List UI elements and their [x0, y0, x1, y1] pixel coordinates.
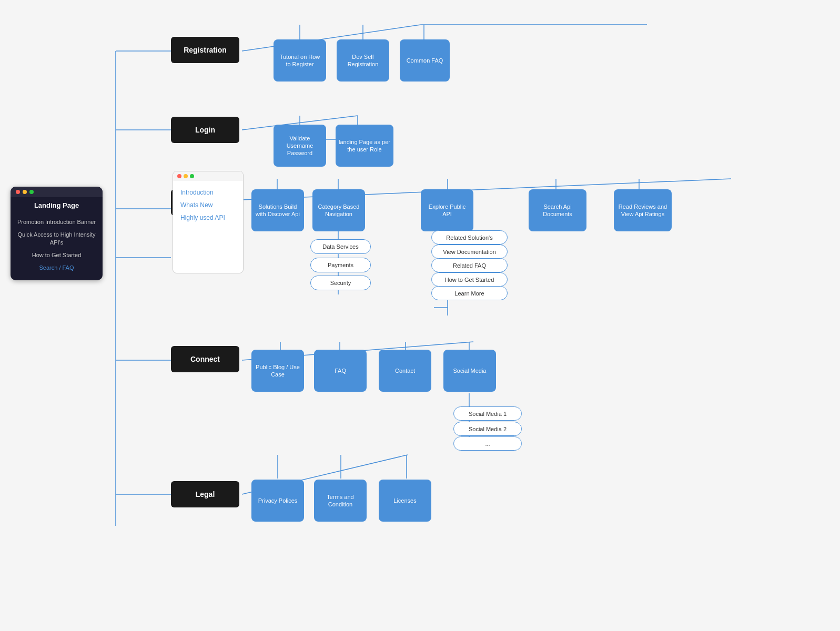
tutorial-box[interactable]: Tutorial on How to Register: [274, 39, 326, 82]
validate-box[interactable]: Validate Username Password: [274, 125, 326, 167]
social-media-more-pill[interactable]: ...: [453, 436, 522, 451]
social-media-1-pill[interactable]: Social Media 1: [453, 406, 522, 421]
login-box[interactable]: Login: [171, 117, 239, 143]
related-faq-pill[interactable]: Related FAQ: [431, 258, 508, 272]
how-to-get-started-pill[interactable]: How to Get Started: [431, 272, 508, 287]
licenses-box[interactable]: Licenses: [379, 480, 431, 522]
terms-box[interactable]: Terms and Condition: [314, 480, 367, 522]
landing-item-1: Promotion Introduction Banner: [17, 216, 96, 228]
svg-line-3: [242, 25, 421, 51]
social-media-2-pill[interactable]: Social Media 2: [453, 422, 522, 436]
contact-box[interactable]: Contact: [379, 350, 431, 392]
view-documentation-pill[interactable]: View Documentation: [431, 245, 508, 259]
dev-self-box[interactable]: Dev Self Registration: [337, 39, 389, 82]
solutions-box[interactable]: Solutions Build with Discover Api: [251, 189, 304, 231]
privacy-box[interactable]: Privacy Polices: [251, 480, 304, 522]
connect-box[interactable]: Connect: [171, 346, 239, 372]
registration-box[interactable]: Registration: [171, 37, 239, 63]
faq-box[interactable]: FAQ: [314, 350, 367, 392]
products-widget-items: Introduction Whats New Highly used API: [173, 181, 243, 229]
public-blog-box[interactable]: Public Blog / Use Case: [251, 350, 304, 392]
widget-header: [11, 187, 103, 197]
common-faq-box[interactable]: Common FAQ: [400, 39, 450, 82]
products-widget: Introduction Whats New Highly used API: [173, 171, 244, 273]
dot-red: [16, 190, 20, 194]
legal-box[interactable]: Legal: [171, 481, 239, 507]
landing-widget-items: Promotion Introduction Banner Quick Acce…: [11, 212, 103, 280]
landing-widget-title: Landing Page: [11, 197, 103, 212]
learn-more-pill[interactable]: Learn More: [431, 286, 508, 300]
search-api-box[interactable]: Search Api Documents: [529, 189, 586, 231]
wd-dot-yellow: [184, 174, 188, 178]
products-highly-used: Highly used API: [180, 211, 236, 224]
wd-dot-red: [177, 174, 181, 178]
explore-api-box[interactable]: Explore Public API: [421, 189, 473, 231]
payments-pill[interactable]: Payments: [310, 258, 371, 272]
products-whats-new: Whats New: [180, 199, 236, 211]
connector-lines: [0, 0, 840, 631]
security-pill[interactable]: Security: [310, 276, 371, 290]
products-widget-header: [173, 171, 243, 181]
read-reviews-box[interactable]: Read Reviews and View Api Ratings: [614, 189, 672, 231]
landing-role-box[interactable]: landing Page as per the user Role: [336, 125, 393, 167]
diagram-container: { "landing_widget": { "title": "Landing …: [0, 0, 840, 631]
dot-green: [29, 190, 34, 194]
data-services-pill[interactable]: Data Services: [310, 239, 371, 254]
social-media-box[interactable]: Social Media: [443, 350, 496, 392]
related-solutions-pill[interactable]: Related Solution's: [431, 230, 508, 245]
wd-dot-green: [190, 174, 194, 178]
landing-item-4[interactable]: Search / FAQ: [17, 261, 96, 274]
category-nav-box[interactable]: Category Based Navigation: [312, 189, 365, 231]
landing-page-widget: Landing Page Promotion Introduction Bann…: [11, 187, 103, 280]
landing-item-2: Quick Access to High Intensity API's: [17, 228, 96, 249]
products-intro: Introduction: [180, 186, 236, 199]
landing-item-3: How to Get Started: [17, 249, 96, 261]
dot-yellow: [23, 190, 27, 194]
